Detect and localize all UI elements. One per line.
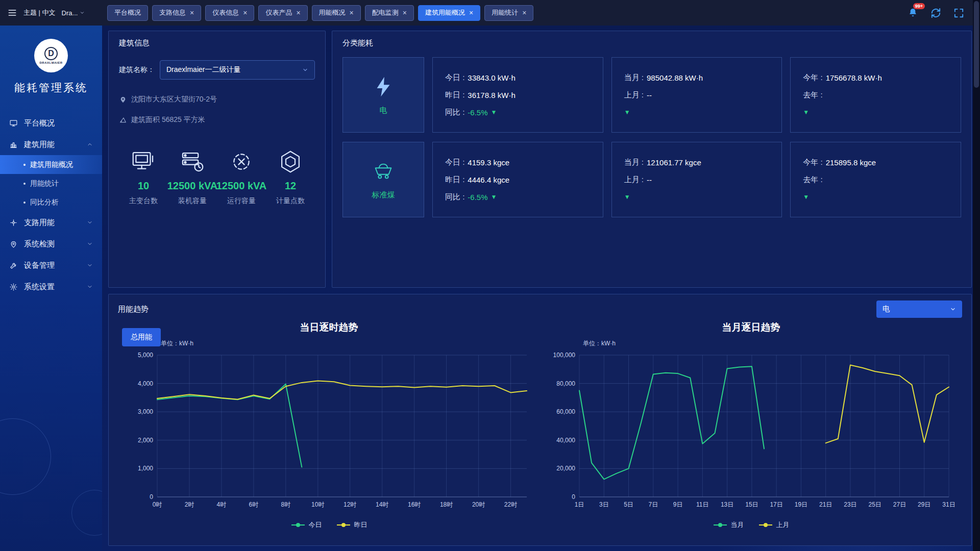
svg-text:100,000: 100,000 [553,352,575,359]
stat-label: 今日 : [445,158,464,167]
building-stat-2: 12500 kVA运行容量 [217,148,266,206]
trend-down-icon: ▼ [803,109,809,116]
sidebar-nav: 平台概况建筑用能建筑用能概况用能统计同比分析支路用能系统检测设备管理系统设置 [0,112,102,297]
sidebar-subitem-label: 建筑用能概况 [30,160,73,169]
building-stats: 10主变台数12500 kVA装机容量12500 kVA运行容量12计量点数 [119,148,315,206]
tab-2[interactable]: 仪表信息× [205,5,254,21]
tab-label: 支路信息 [159,8,186,17]
tab-7[interactable]: 用能统计× [484,5,533,21]
building-info-panel: 建筑信息 建筑名称： Draexlmaier一二级计量 沈阳市大东区大望街70-… [108,31,326,288]
user-menu[interactable]: Dra... [62,9,85,17]
building-address: 沈阳市大东区大望街70-2号 [131,95,217,104]
close-icon[interactable]: × [296,9,300,16]
legend-item-上月[interactable]: 上月 [758,520,790,530]
notification-button[interactable]: 99+ [907,7,919,19]
chart-daily-trend: 当日逐时趋势 单位：kW·h 0时2时4时6时8时10时12时14时16时18时… [118,319,540,539]
energy-type-card-1[interactable]: 标准煤 [342,142,424,217]
sidebar-item-label: 系统设置 [24,282,55,292]
browser-scrollbar[interactable] [973,0,980,551]
total-energy-button[interactable]: 总用能 [122,328,161,346]
legend-label: 昨日 [354,520,368,530]
building-stat-value: 12500 kVA [167,180,218,192]
tab-0[interactable]: 平台概况 [107,5,148,21]
sidebar-item-label: 系统检测 [24,239,55,249]
scrollbar-thumb[interactable] [974,1,979,88]
sidebar-subitem-1-0[interactable]: 建筑用能概况 [0,155,102,174]
svg-text:9日: 9日 [673,501,682,508]
svg-text:3日: 3日 [599,501,608,508]
sidebar-subitem-1-2[interactable]: 同比分析 [0,193,102,212]
platform-icon [9,119,18,128]
trend-down-icon: ▼ [803,193,809,201]
sidebar-item-4[interactable]: 设备管理 [0,255,102,276]
svg-text:2,000: 2,000 [137,437,153,444]
sidebar-item-2[interactable]: 支路用能 [0,212,102,233]
user-label: Dra... [62,9,78,17]
theme-language-switch[interactable]: 主题 | 中文 [23,8,56,17]
sidebar-item-label: 建筑用能 [24,140,55,149]
stat-label: 上月 : [624,175,644,185]
close-icon[interactable]: × [190,9,194,16]
tab-4[interactable]: 用能概况× [312,5,361,21]
chevron-down-icon [950,306,956,312]
close-icon[interactable]: × [350,9,354,16]
stat-value: 215895.8 kgce [826,158,876,167]
building-name-select[interactable]: Draexlmaier一二级计量 [160,60,315,80]
trend-down-icon: ▼ [491,109,497,116]
sidebar-item-label: 平台概况 [24,118,55,128]
tab-3[interactable]: 仪表产品× [258,5,307,21]
sidebar-item-5[interactable]: 系统设置 [0,276,102,297]
decor-ring [71,490,102,536]
building-stat-value: 12500 kVA [216,180,267,192]
detect-icon [9,240,18,248]
stat-line: 上月 : -- [624,175,770,185]
svg-text:4,000: 4,000 [137,380,153,387]
page-body: D DRAXLMAIER 能耗管理系统 平台概况建筑用能建筑用能概况用能统计同比… [0,26,980,551]
tab-6[interactable]: 建筑用能概况× [418,5,480,21]
close-icon[interactable]: × [469,9,473,16]
stat-value: -- [647,91,652,99]
chart-legend: 当月上月 [713,520,790,530]
legend-item-当月[interactable]: 当月 [713,520,744,530]
sidebar-item-label: 支路用能 [24,218,55,228]
building-stat-1: 12500 kVA装机容量 [168,148,217,206]
legend-item-今日[interactable]: 今日 [291,520,322,530]
close-icon[interactable]: × [403,9,407,16]
installed-icon [179,148,206,176]
fullscreen-icon [953,7,965,19]
building-name-row: 建筑名称： Draexlmaier一二级计量 [119,60,315,80]
sidebar-item-0[interactable]: 平台概况 [0,112,102,134]
sidebar-item-3[interactable]: 系统检测 [0,233,102,255]
building-icon [9,140,18,149]
category-row-0: 电今日 : 33843.0 kW·h昨日 : 36178.8 kW·h同比 : … [342,57,961,133]
chevron-down-icon [87,262,93,268]
stat-label: 今年 : [803,73,822,83]
energy-stat-card-1-0: 今日 : 4159.3 kgce昨日 : 4446.4 kgce同比 : -6.… [432,142,603,217]
sidebar-subitem-1-1[interactable]: 用能统计 [0,174,102,193]
logo-letter: D [44,47,58,60]
refresh-button[interactable] [930,7,942,19]
sidebar-item-1[interactable]: 建筑用能 [0,134,102,155]
tab-1[interactable]: 支路信息× [152,5,201,21]
metering-icon [277,148,304,176]
energy-stat-card-1-1: 当月 : 121061.77 kgce上月 : --▼ [611,142,782,217]
close-icon[interactable]: × [522,9,526,16]
hamburger-menu-icon[interactable] [7,8,17,18]
legend-item-昨日[interactable]: 昨日 [336,520,368,530]
close-icon[interactable]: × [243,9,247,16]
energy-type-card-0[interactable]: 电 [342,57,424,133]
tab-5[interactable]: 配电监测× [365,5,414,21]
stat-label: 昨日 : [445,90,464,100]
fullscreen-button[interactable] [953,7,965,19]
energy-stat-card-0-0: 今日 : 33843.0 kW·h昨日 : 36178.8 kW·h同比 : -… [432,57,603,133]
energy-type-select[interactable]: 电 [876,300,962,318]
building-name-value: Draexlmaier一二级计量 [166,65,240,74]
tab-label: 用能概况 [319,8,346,17]
svg-text:15日: 15日 [745,501,758,508]
trend-down-icon: ▼ [491,193,497,201]
building-info-title: 建筑信息 [119,38,315,48]
stat-line: ▼ [624,108,770,117]
energy-type-label: 电 [380,106,387,115]
svg-text:80,000: 80,000 [556,380,575,387]
topbar-left: 主题 | 中文 Dra... [0,0,102,26]
